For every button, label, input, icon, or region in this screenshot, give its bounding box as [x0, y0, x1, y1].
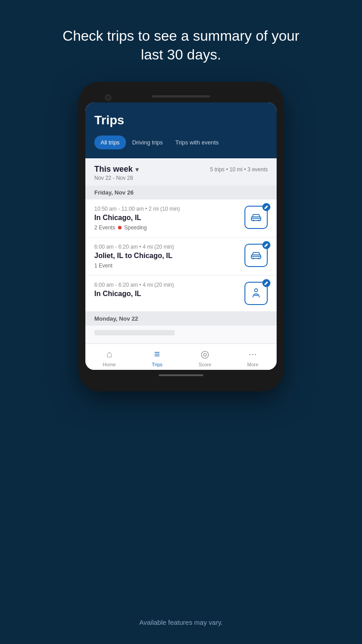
tab-all-trips[interactable]: All trips: [94, 136, 126, 149]
svg-point-6: [255, 289, 258, 292]
page-title: Trips: [94, 113, 268, 127]
nav-score-label: Score: [198, 362, 211, 367]
trip-location-3: In Chicago, IL: [94, 290, 239, 298]
nav-more[interactable]: ··· More: [240, 348, 266, 367]
week-label[interactable]: This week ▾: [94, 165, 139, 174]
trip-location-1: In Chicago, IL: [94, 214, 239, 222]
phone-mockup: Trips All trips Driving trips Trips with…: [78, 82, 284, 391]
week-left: This week ▾ Nov 22 - Nov 28: [94, 165, 139, 181]
trip-card-3[interactable]: 6:00 am - 6:20 am • 4 mi (20 min) In Chi…: [85, 275, 277, 312]
svg-point-1: [253, 220, 254, 221]
phone-camera: [105, 94, 111, 101]
trip-events-2: 1 Event: [94, 263, 239, 269]
trip-location-2: Joliet, IL to Chicago, IL: [94, 252, 239, 260]
chevron-down-icon: ▾: [135, 166, 139, 173]
person-car-icon: [250, 287, 262, 300]
trip-info-3: 6:00 am - 6:20 am • 4 mi (20 min) In Chi…: [94, 282, 239, 301]
tab-driving-trips[interactable]: Driving trips: [126, 136, 169, 149]
nav-score[interactable]: ◎ Score: [192, 348, 219, 367]
nav-trips-label: Trips: [152, 362, 162, 367]
week-stats: 5 trips • 10 mi • 3 events: [210, 166, 268, 173]
trip-icon-wrap-1: [244, 206, 268, 229]
edit-badge-3: [262, 279, 270, 287]
home-bar: [159, 374, 203, 376]
svg-point-5: [258, 258, 260, 259]
score-icon: ◎: [201, 348, 209, 360]
edit-badge-2: [262, 241, 270, 249]
footer-text: Available features may vary.: [0, 605, 362, 644]
week-label-text: This week: [94, 165, 133, 174]
trip-icon-wrap-2: [244, 244, 268, 267]
trip-card-1[interactable]: 10:50 am - 11:00 am • 2 mi (10 min) In C…: [85, 199, 277, 237]
home-icon: ⌂: [106, 348, 112, 360]
tab-trips-with-events[interactable]: Trips with events: [169, 136, 225, 149]
car-icon-1: [250, 211, 262, 224]
phone-bottom-bar: [85, 370, 277, 378]
trip-time-3: 6:00 am - 6:20 am • 4 mi (20 min): [94, 282, 239, 288]
trips-icon: ≡: [154, 348, 160, 360]
trip-icon-wrap-3: [244, 282, 268, 305]
trip-events-1: 2 Events Speeding: [94, 225, 239, 231]
trip-info-1: 10:50 am - 11:00 am • 2 mi (10 min) In C…: [94, 206, 239, 231]
phone-screen: Trips All trips Driving trips Trips with…: [85, 102, 277, 370]
trip-info-2: 6:00 am - 6:20 am • 4 mi (20 min) Joliet…: [94, 244, 239, 269]
bottom-nav: ⌂ Home ≡ Trips ◎ Score ··· More: [85, 343, 277, 370]
edit-badge-1: [262, 203, 270, 211]
day-header-monday: Monday, Nov 22: [85, 312, 277, 326]
partial-trip-card: [85, 326, 277, 343]
week-range: Nov 22 - Nov 28: [94, 175, 139, 181]
tabs-row: All trips Driving trips Trips with event…: [94, 136, 268, 149]
screen-header: Trips All trips Driving trips Trips with…: [85, 102, 277, 158]
svg-point-2: [258, 220, 260, 221]
trip-events-count-1: 2 Events: [94, 225, 115, 231]
phone-top-bar: [85, 91, 277, 102]
speeding-dot: [118, 226, 122, 229]
nav-home-label: Home: [103, 362, 116, 367]
trip-card-2[interactable]: 6:00 am - 6:20 am • 4 mi (20 min) Joliet…: [85, 237, 277, 275]
more-icon: ···: [248, 348, 257, 360]
day-header-friday: Friday, Nov 26: [85, 186, 277, 199]
speeding-label: Speeding: [124, 225, 147, 231]
headline: Check trips to see a summary of your las…: [47, 27, 315, 64]
nav-trips[interactable]: ≡ Trips: [144, 348, 171, 367]
trip-events-count-2: 1 Event: [94, 263, 113, 269]
trip-time-1: 10:50 am - 11:00 am • 2 mi (10 min): [94, 206, 239, 212]
phone-notch: [152, 95, 210, 97]
week-header: This week ▾ Nov 22 - Nov 28 5 trips • 10…: [85, 158, 277, 186]
nav-home[interactable]: ⌂ Home: [96, 348, 123, 367]
trip-time-2: 6:00 am - 6:20 am • 4 mi (20 min): [94, 244, 239, 250]
nav-more-label: More: [247, 362, 258, 367]
car-icon-2: [250, 249, 262, 262]
svg-point-4: [253, 258, 254, 259]
